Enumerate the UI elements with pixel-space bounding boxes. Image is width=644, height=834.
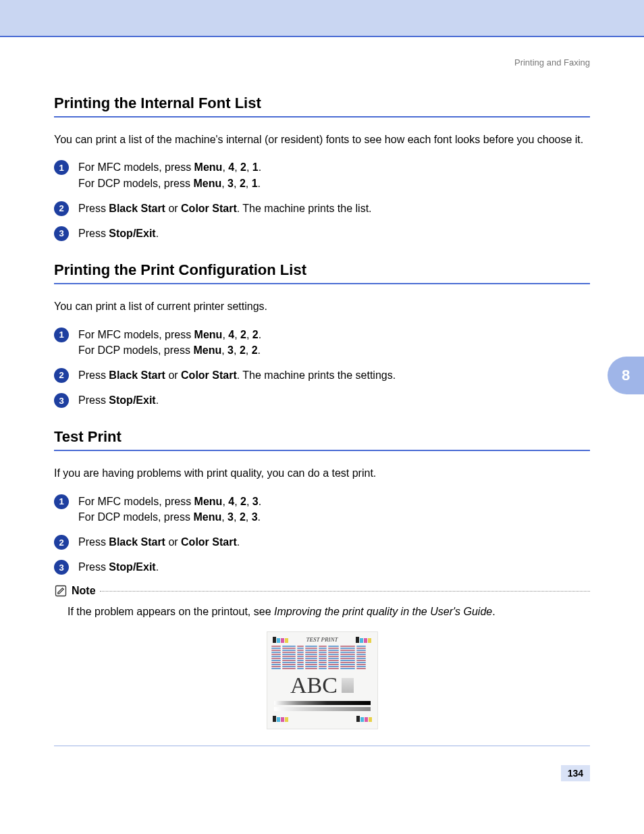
step-3-fontlist: 3 Press Stop/Exit.	[54, 226, 590, 241]
top-band	[0, 0, 644, 37]
breadcrumb: Printing and Faxing	[54, 57, 590, 68]
intro-font-list: You can print a list of the machine's in…	[54, 132, 590, 147]
step-1-fontlist: 1 For MFC models, press Menu, 4, 2, 1. F…	[54, 159, 590, 190]
step-badge-1: 1	[54, 494, 69, 509]
test-print-illustration: TEST PRINT ABC	[267, 631, 378, 729]
step-3-test: 3 Press Stop/Exit.	[54, 559, 590, 575]
intro-config-list: You can print a list of current printer …	[54, 299, 590, 314]
svg-rect-0	[56, 586, 66, 596]
page-footer-rule	[54, 746, 590, 746]
page-number: 134	[561, 765, 590, 781]
heading-test-print: Test Print	[54, 428, 590, 451]
note-body: If the problem appears on the printout, …	[68, 606, 590, 618]
step-badge-3: 3	[54, 226, 69, 241]
step-2-config: 2 Press Black Start or Color Start. The …	[54, 367, 590, 383]
step-3-config: 3 Press Stop/Exit.	[54, 392, 590, 408]
test-print-title: TEST PRINT	[306, 636, 338, 643]
cmyk-swatch-icon	[356, 637, 371, 643]
heading-config-list: Printing the Print Configuration List	[54, 261, 590, 284]
step-1-config: 1 For MFC models, press Menu, 4, 2, 2. F…	[54, 327, 590, 358]
note-label: Note	[72, 585, 96, 597]
pencil-note-icon	[54, 584, 68, 598]
step-2-fontlist: 2 Press Black Start or Color Start. The …	[54, 201, 590, 216]
cmyk-swatch-icon	[356, 716, 372, 722]
step-1-test: 1 For MFC models, press Menu, 4, 2, 3. F…	[54, 494, 590, 525]
gradient-bars	[271, 701, 373, 711]
step-badge-2: 2	[54, 201, 69, 216]
cmyk-swatch-icon	[273, 716, 288, 722]
test-print-abc: ABC	[290, 673, 338, 698]
step-badge-1: 1	[54, 160, 69, 175]
test-print-text-block	[271, 646, 373, 669]
page-content: Printing and Faxing Printing the Interna…	[0, 37, 644, 729]
step-badge-2: 2	[54, 535, 69, 550]
note-separator	[100, 591, 590, 592]
intro-test-print: If you are having problems with print qu…	[54, 466, 590, 481]
step-badge-3: 3	[54, 393, 69, 408]
step-badge-2: 2	[54, 368, 69, 383]
grey-swatch-icon	[342, 678, 354, 693]
chapter-tab[interactable]: 8	[608, 357, 644, 394]
note-header: Note	[54, 584, 590, 598]
step-badge-1: 1	[54, 328, 69, 342]
cmyk-swatch-icon	[273, 637, 288, 643]
heading-font-list: Printing the Internal Font List	[54, 95, 590, 118]
step-2-test: 2 Press Black Start or Color Start.	[54, 534, 590, 550]
step-badge-3: 3	[54, 560, 69, 575]
